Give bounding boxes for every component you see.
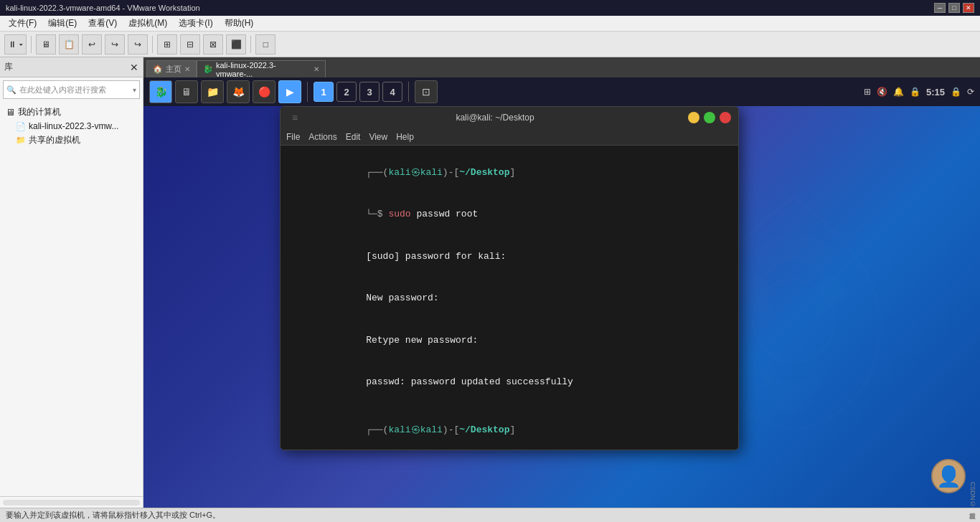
sidebar-header: 库 ✕ <box>0 57 143 77</box>
term-bracket-end-1: ] <box>509 167 515 178</box>
term-line-5: passwd: password updated successfully <box>288 361 731 404</box>
menu-file[interactable]: 文件(F) <box>3 16 42 31</box>
menu-tabs[interactable]: 选项卡(I) <box>173 16 218 31</box>
tree-item-shared[interactable]: 📁 共享的虚拟机 <box>0 133 143 148</box>
search-dropdown-icon[interactable]: ▾ <box>133 86 136 94</box>
toolbar-redo[interactable]: ↪ <box>105 34 125 54</box>
minimize-button[interactable]: ─ <box>934 3 946 13</box>
tab-bar: 🏠 主页 ✕ 🐉 kali-linux-2022.3-vmware-... ✕ <box>143 57 980 77</box>
title-bar: kali-linux-2022.3-vmware-amd64 - VMware … <box>0 0 980 16</box>
title-bar-controls: ─ □ ✕ <box>934 3 974 13</box>
terminal-maximize[interactable] <box>704 112 715 123</box>
kali-btn-firefox[interactable]: 🦊 <box>227 80 250 103</box>
home-tab-icon: 🏠 <box>153 65 163 74</box>
menu-vm[interactable]: 虚拟机(M) <box>123 16 173 31</box>
term-bracket-end-6: ] <box>509 424 515 435</box>
terminal-menu-edit[interactable]: Edit <box>346 132 361 142</box>
sidebar-bottom <box>0 496 143 508</box>
tab-home-label: 主页 <box>166 64 182 75</box>
computer-icon: 🖥 <box>6 107 15 118</box>
term-line-4: Retype new password: <box>288 319 731 361</box>
term-user-1: kali㉿kali <box>388 167 442 178</box>
close-button[interactable]: ✕ <box>963 3 974 13</box>
kali-clock: 5:15 <box>926 87 945 98</box>
toolbar-vm-icon[interactable]: 🖥 <box>36 34 56 54</box>
tree-item-kali[interactable]: 📄 kali-linux-2022.3-vmw... <box>0 120 143 133</box>
kali-screen-icon[interactable]: ⊞ <box>864 87 871 97</box>
kali-sound-icon[interactable]: 🔇 <box>877 87 887 97</box>
toolbar-undo[interactable]: ↩ <box>82 34 102 54</box>
toolbar-stretch[interactable]: ⊟ <box>180 34 200 54</box>
toolbar-redo2[interactable]: ↪ <box>128 34 148 54</box>
term-line-6: ┌──(kali㉿kali)-[~/Desktop] <box>288 409 731 450</box>
toolbar-unity[interactable]: ⬛ <box>226 34 246 54</box>
kali-btn-menu[interactable]: 🐉 <box>149 80 172 103</box>
tab-kali[interactable]: 🐉 kali-linux-2022.3-vmware-... ✕ <box>197 60 326 77</box>
term-prompt-6: ┌──( <box>366 424 388 435</box>
term-cmd-1: passwd root <box>411 209 479 219</box>
terminal-titlebar: ≡ kali@kali: ~/Desktop <box>281 107 738 128</box>
terminal-menu-help[interactable]: Help <box>396 132 414 142</box>
tab-home[interactable]: 🏠 主页 ✕ <box>146 60 197 77</box>
kali-workspace-3[interactable]: 3 <box>359 82 380 102</box>
menu-help[interactable]: 帮助(H) <box>219 16 260 31</box>
terminal-close[interactable] <box>720 112 731 123</box>
term-line-1: ┌──(kali㉿kali)-[~/Desktop] <box>288 151 731 194</box>
desktop-area: Trash File System <box>143 106 980 508</box>
kali-btn-tiling[interactable]: ⊡ <box>415 80 438 103</box>
kali-power-icon[interactable]: ⟳ <box>967 87 974 97</box>
toolbar-pause[interactable]: ⏸ ▾ <box>4 34 27 54</box>
term-bracket-1: )-[ <box>443 167 459 178</box>
restore-button[interactable]: □ <box>948 3 960 13</box>
window-title: kali-linux-2022.3-vmware-amd64 - VMware … <box>6 4 200 12</box>
toolbar-sep-2 <box>152 36 153 53</box>
term-bracket-6: )-[ <box>443 424 459 435</box>
terminal-minimize[interactable] <box>688 112 699 123</box>
kali-btn-files[interactable]: 📁 <box>201 80 224 103</box>
vmware-window: kali-linux-2022.3-vmware-amd64 - VMware … <box>0 0 980 522</box>
sidebar-tree: 🖥 我的计算机 📄 kali-linux-2022.3-vmw... 📁 共享的… <box>0 102 143 496</box>
tab-kali-close[interactable]: ✕ <box>314 65 319 73</box>
term-output-5: passwd: password updated successfully <box>366 376 573 387</box>
kali-btn-terminal-active[interactable]: ▶ <box>278 80 301 103</box>
sidebar-close-icon[interactable]: ✕ <box>130 62 138 73</box>
kali-update-icon[interactable]: 🔒 <box>910 87 920 97</box>
terminal-controls <box>688 112 731 123</box>
kali-notify-icon[interactable]: 🔔 <box>893 87 904 97</box>
search-placeholder: 在此处键入内容进行搜索 <box>19 85 106 95</box>
menu-view[interactable]: 查看(V) <box>83 16 123 31</box>
vm-icon: 📄 <box>16 122 26 131</box>
status-text: 要输入并定到该虚拟机，请将鼠标指针移入其中或按 Ctrl+G。 <box>6 510 220 521</box>
toolbar-fit[interactable]: ⊞ <box>157 34 177 54</box>
kali-workspace-4[interactable]: 4 <box>382 82 402 102</box>
terminal-menu-actions[interactable]: Actions <box>308 132 336 142</box>
kali-right-panel: ⊞ 🔇 🔔 🔒 5:15 🔒 ⟳ <box>864 87 974 98</box>
kali-workspace-2[interactable]: 2 <box>336 82 357 102</box>
toolbar-sep-1 <box>31 36 32 53</box>
sidebar-search[interactable]: 🔍 在此处键入内容进行搜索 ▾ <box>3 80 140 99</box>
toolbar-clipboard[interactable]: 📋 <box>59 34 79 54</box>
menu-bar: 文件(F) 编辑(E) 查看(V) 虚拟机(M) 选项卡(I) 帮助(H) <box>0 16 980 32</box>
tree-item-my-computer[interactable]: 🖥 我的计算机 <box>0 105 143 120</box>
terminal-content[interactable]: ┌──(kali㉿kali)-[~/Desktop] └─$ sudo pass… <box>281 146 738 450</box>
kali-btn-terminal[interactable]: 🖥 <box>175 80 198 103</box>
kali-btn-burpsuite[interactable]: 🔴 <box>253 80 275 103</box>
tab-home-close[interactable]: ✕ <box>184 65 190 73</box>
kali-lock-icon[interactable]: 🔒 <box>951 87 961 97</box>
toolbar-screen[interactable]: □ <box>255 34 275 54</box>
menu-edit[interactable]: 编辑(E) <box>42 16 83 31</box>
tab-kali-label: kali-linux-2022.3-vmware-... <box>216 61 311 78</box>
sidebar-scrollbar[interactable] <box>3 500 140 506</box>
term-line-1b: └─$ sudo passwd root <box>288 194 731 236</box>
term-path-6: ~/Desktop <box>459 424 509 435</box>
search-icon: 🔍 <box>6 85 17 95</box>
terminal-menu-file[interactable]: File <box>286 132 300 142</box>
kali-workspace-1[interactable]: 1 <box>314 82 334 102</box>
toolbar-sep-3 <box>250 36 251 53</box>
terminal-menu-view[interactable]: View <box>369 132 387 142</box>
term-output-3: New password: <box>366 293 438 303</box>
term-line-3: New password: <box>288 277 731 320</box>
main-content: 库 ✕ 🔍 在此处键入内容进行搜索 ▾ 🖥 我的计算机 📄 kali-linux… <box>0 57 980 508</box>
sidebar-title: 库 <box>4 61 13 73</box>
toolbar-fullscreen[interactable]: ⊠ <box>203 34 223 54</box>
